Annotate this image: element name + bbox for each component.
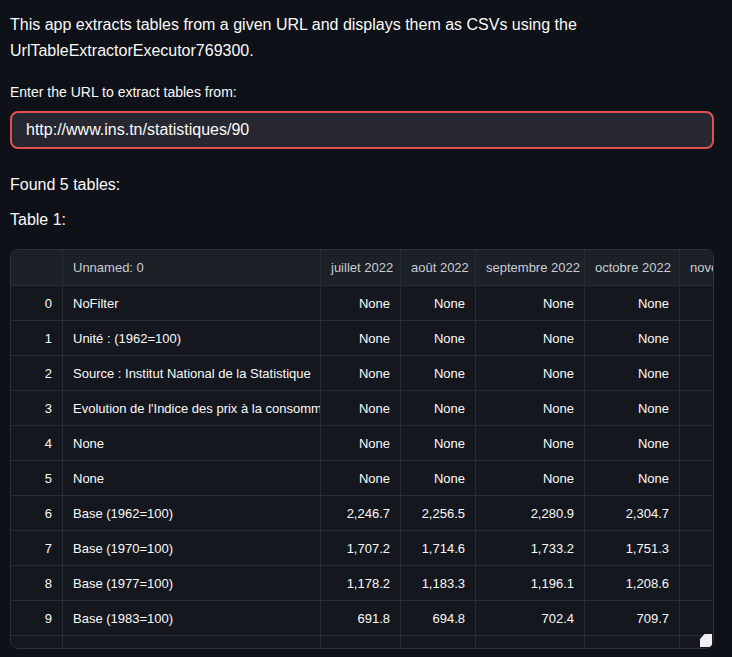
table-cell[interactable]: None	[585, 461, 680, 496]
table-cell[interactable]: 2,246.7	[321, 496, 401, 531]
table-cell[interactable]: 1,733.2	[476, 531, 585, 566]
table-cell[interactable]	[680, 566, 714, 601]
table-cell[interactable]	[680, 356, 714, 391]
table-row: 4NoneNoneNoneNoneNone	[11, 426, 714, 461]
table-cell[interactable]: None	[63, 426, 321, 461]
app-description: This app extracts tables from a given UR…	[10, 12, 714, 64]
table-cell[interactable]	[476, 636, 585, 649]
column-header[interactable]: Unnamed: 0	[63, 250, 321, 286]
table-row: 1Unité : (1962=100)NoneNoneNoneNone	[11, 321, 714, 356]
row-index-cell[interactable]: 1	[11, 321, 63, 356]
table-cell[interactable]: None	[321, 426, 401, 461]
url-input-label: Enter the URL to extract tables from:	[10, 83, 714, 101]
table-cell[interactable]: 709.7	[585, 601, 680, 636]
table-cell[interactable]: 1,183.3	[401, 566, 476, 601]
table-cell[interactable]	[401, 636, 476, 649]
index-column-header[interactable]	[11, 250, 63, 286]
table-cell[interactable]: 1,178.2	[321, 566, 401, 601]
table-row: 8Base (1977=100)1,178.21,183.31,196.11,2…	[11, 566, 714, 601]
table-cell[interactable]: None	[476, 391, 585, 426]
table-cell[interactable]: None	[476, 426, 585, 461]
table-cell[interactable]: None	[401, 391, 476, 426]
table-cell[interactable]: None	[321, 461, 401, 496]
table-cell[interactable]: None	[585, 321, 680, 356]
table-row: 3Evolution de l'Indice des prix à la con…	[11, 391, 714, 426]
table-cell[interactable]: Base (1983=100)	[63, 601, 321, 636]
table-cell[interactable]: Base (1977=100)	[63, 566, 321, 601]
row-index-cell[interactable]: 5	[11, 461, 63, 496]
table-row: 10Base (1990=100)	[11, 636, 714, 649]
table-cell[interactable]: 2,280.9	[476, 496, 585, 531]
table-row: 2Source : Institut National de la Statis…	[11, 356, 714, 391]
row-index-cell[interactable]: 7	[11, 531, 63, 566]
dataframe[interactable]: Unnamed: 0juillet 2022août 2022septembre…	[10, 249, 714, 649]
table-cell[interactable]: None	[401, 321, 476, 356]
row-index-cell[interactable]: 10	[11, 636, 63, 649]
column-header[interactable]: octobre 2022	[585, 250, 680, 286]
table-cell[interactable]: None	[476, 286, 585, 321]
table-cell[interactable]: 1,196.1	[476, 566, 585, 601]
table-cell[interactable]: None	[401, 286, 476, 321]
column-header[interactable]: novembre 2022	[680, 250, 714, 286]
table-cell[interactable]: Unité : (1962=100)	[63, 321, 321, 356]
column-header[interactable]: septembre 2022	[476, 250, 585, 286]
table-cell[interactable]	[321, 636, 401, 649]
table-cell[interactable]	[680, 321, 714, 356]
table-cell[interactable]	[680, 601, 714, 636]
table-cell[interactable]	[680, 426, 714, 461]
table-cell[interactable]: None	[476, 321, 585, 356]
table-cell[interactable]: 2,304.7	[585, 496, 680, 531]
table-cell[interactable]: None	[585, 286, 680, 321]
table-cell[interactable]: None	[401, 356, 476, 391]
table-cell[interactable]	[680, 286, 714, 321]
table-row: 5NoneNoneNoneNoneNone	[11, 461, 714, 496]
table-cell[interactable]: None	[321, 321, 401, 356]
table-cell[interactable]: Base (1970=100)	[63, 531, 321, 566]
table-cell[interactable]: 691.8	[321, 601, 401, 636]
table-cell[interactable]	[680, 461, 714, 496]
table-cell[interactable]: 1,208.6	[585, 566, 680, 601]
found-tables-text: Found 5 tables:	[10, 175, 714, 195]
row-index-cell[interactable]: 4	[11, 426, 63, 461]
table-cell[interactable]: 1,707.2	[321, 531, 401, 566]
dataframe-table: Unnamed: 0juillet 2022août 2022septembre…	[11, 250, 714, 649]
column-header[interactable]: août 2022	[401, 250, 476, 286]
row-index-cell[interactable]: 3	[11, 391, 63, 426]
row-index-cell[interactable]: 9	[11, 601, 63, 636]
table-cell[interactable]: None	[585, 391, 680, 426]
table-cell[interactable]: 702.4	[476, 601, 585, 636]
table-cell[interactable]: 1,751.3	[585, 531, 680, 566]
table-row: 7Base (1970=100)1,707.21,714.61,733.21,7…	[11, 531, 714, 566]
table-cell[interactable]: None	[321, 391, 401, 426]
table-cell[interactable]: 1,714.6	[401, 531, 476, 566]
table-cell[interactable]: Source : Institut National de la Statist…	[63, 356, 321, 391]
row-index-cell[interactable]: 6	[11, 496, 63, 531]
table-cell[interactable]: None	[63, 461, 321, 496]
table-cell[interactable]: None	[401, 426, 476, 461]
url-input[interactable]	[10, 111, 714, 149]
table-cell[interactable]: None	[321, 356, 401, 391]
table-cell[interactable]	[680, 496, 714, 531]
table-cell[interactable]: None	[585, 426, 680, 461]
table-cell[interactable]: None	[585, 356, 680, 391]
dataframe-header: Unnamed: 0juillet 2022août 2022septembre…	[11, 250, 714, 286]
table-cell[interactable]: None	[476, 356, 585, 391]
table-title: Table 1:	[10, 210, 714, 230]
row-index-cell[interactable]: 0	[11, 286, 63, 321]
table-cell[interactable]	[680, 391, 714, 426]
table-cell[interactable]	[680, 531, 714, 566]
table-row: 9Base (1983=100)691.8694.8702.4709.7	[11, 601, 714, 636]
table-cell[interactable]: None	[401, 461, 476, 496]
table-cell[interactable]: 694.8	[401, 601, 476, 636]
row-index-cell[interactable]: 8	[11, 566, 63, 601]
column-header[interactable]: juillet 2022	[321, 250, 401, 286]
table-cell[interactable]: NoFilter	[63, 286, 321, 321]
row-index-cell[interactable]: 2	[11, 356, 63, 391]
table-cell[interactable]: 2,256.5	[401, 496, 476, 531]
table-cell[interactable]: None	[476, 461, 585, 496]
table-cell[interactable]: Evolution de l'Indice des prix à la cons…	[63, 391, 321, 426]
table-cell[interactable]	[585, 636, 680, 649]
table-cell[interactable]: None	[321, 286, 401, 321]
table-cell[interactable]: Base (1962=100)	[63, 496, 321, 531]
table-cell[interactable]: Base (1990=100)	[63, 636, 321, 649]
